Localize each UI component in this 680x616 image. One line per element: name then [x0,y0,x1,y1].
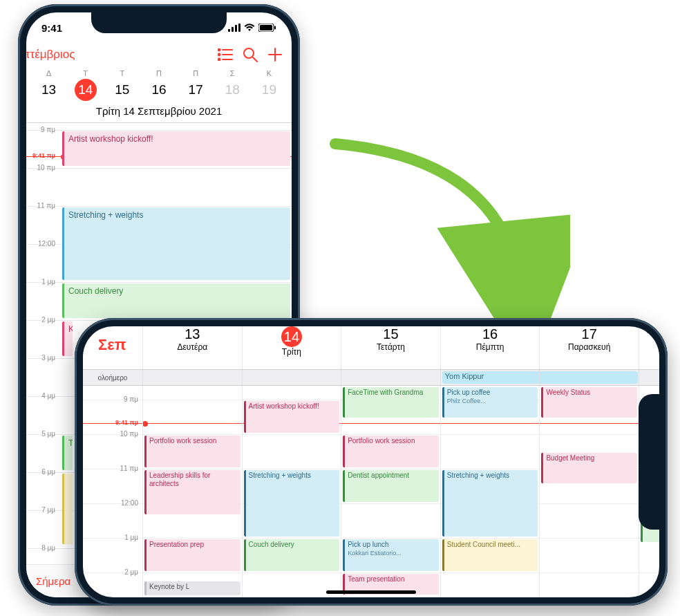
navbar: Σεπτέμβριος [26,40,292,69]
event[interactable]: Dentist appointment [343,470,439,502]
phone-landscape: Σεπ 13Δευτέρα 14Τρίτη 15Τετάρτη 16Πέμπτη… [75,318,668,606]
week-header: Σεπ 13Δευτέρα 14Τρίτη 15Τετάρτη 16Πέμπτη… [83,326,659,369]
svg-rect-5 [260,25,272,30]
add-button[interactable] [263,42,287,67]
time-gutter: 9 πμ 10 πμ 11 πμ 12:00 1 μμ 2 μμ 9:41 πμ [83,386,142,597]
event[interactable]: Couch delivery [62,283,290,318]
event[interactable]: Portfolio work session [144,436,240,467]
svg-rect-3 [238,24,240,32]
notch [91,12,227,33]
date-header: Τρίτη 14 Σεπτεμβρίου 2021 [26,101,292,122]
signal-icon [228,22,240,34]
event[interactable]: Portfolio work session [343,436,439,467]
screen-landscape: Σεπ 13Δευτέρα 14Τρίτη 15Τετάρτη 16Πέμπτη… [83,326,659,597]
back-button[interactable]: Σεπτέμβριος [29,42,54,67]
battery-icon [258,22,276,34]
svg-point-12 [218,59,220,61]
svg-point-13 [244,48,254,58]
svg-point-11 [218,54,220,56]
home-indicator[interactable] [326,590,416,594]
month-button[interactable]: Σεπ [83,326,142,369]
day-header[interactable]: 15Τετάρτη [341,326,440,369]
wifi-icon [244,22,255,34]
event[interactable]: FaceTime with Grandma [343,387,439,418]
svg-point-10 [218,49,220,51]
list-view-button[interactable] [213,42,238,67]
event[interactable] [62,474,73,544]
day-header[interactable]: 16Πέμπτη [440,326,540,369]
day-column-fri[interactable]: Weekly Status Budget Meeting [539,386,639,597]
event[interactable]: Keynote by L [144,581,240,595]
event[interactable]: Couch delivery [244,539,340,571]
event[interactable]: Pick up coffeePhilz Coffee... [442,387,538,418]
event[interactable]: Pick up lunchKokkari Estiatorio... [343,539,439,571]
day-header[interactable]: Σ [639,326,659,369]
day-header[interactable]: 17Παρασκευή [539,326,639,369]
day-column-wed[interactable]: FaceTime with Grandma Portfolio work ses… [341,386,440,597]
notch [639,394,659,530]
search-button[interactable] [238,42,263,67]
day-column-tue[interactable]: Artist workshop kickoff! Stretching + we… [242,386,341,597]
day-column-mon[interactable]: Portfolio work session Leadership skills… [142,386,242,597]
week-grid[interactable]: 9 πμ 10 πμ 11 πμ 12:00 1 μμ 2 μμ 9:41 πμ… [83,386,659,597]
svg-rect-2 [235,25,237,32]
event[interactable]: T [62,436,73,470]
event[interactable]: Presentation prep [144,539,240,571]
day-header[interactable]: 14Τρίτη [242,326,341,369]
event[interactable]: Leadership skills for architects [144,470,240,514]
event[interactable]: Artist workshop kickoff! [62,131,290,166]
svg-line-14 [253,57,257,62]
day-column-thu[interactable]: Pick up coffeePhilz Coffee... Stretching… [440,386,540,597]
day-header[interactable]: 13Δευτέρα [142,326,242,369]
status-time: 9:41 [41,22,62,34]
svg-rect-6 [274,26,276,29]
svg-rect-0 [228,29,230,32]
event[interactable]: Artist workshop kickoff! [244,401,340,433]
back-label: Σεπτέμβριος [26,48,75,62]
event[interactable]: Stretching + weights [244,470,340,536]
event[interactable]: Stretching + weights [62,207,290,280]
week-strip[interactable]: Δ13 Τ14 Τ15 Π16 Π17 Σ18 Κ19 [26,69,292,101]
today-button[interactable]: Σήμερα [36,575,70,587]
event[interactable]: Budget Meeting [541,453,637,483]
event[interactable]: Weekly Status [541,387,637,418]
allday-row: ολοήμερο Yom Kippur [83,369,659,386]
event[interactable]: Student Council meeti... [442,539,538,571]
event[interactable]: K [62,321,73,356]
event[interactable]: Stretching + weights [442,470,538,536]
svg-rect-1 [232,27,234,32]
